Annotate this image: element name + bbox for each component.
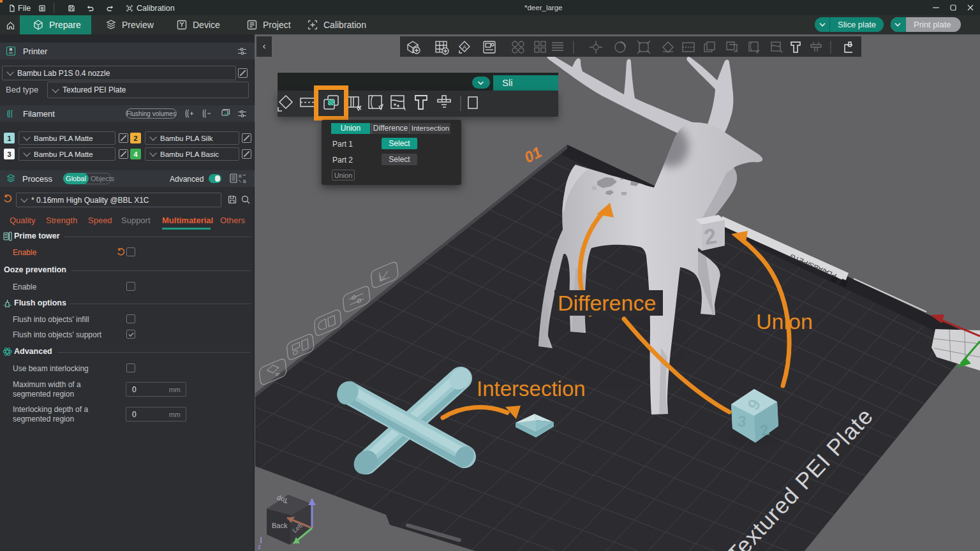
svg-text:Back: Back <box>272 522 288 529</box>
svg-text:Difference: Difference <box>558 291 656 315</box>
svg-text:B: B <box>243 179 246 184</box>
svg-text:01: 01 <box>521 143 544 166</box>
svg-text:A: A <box>463 44 466 50</box>
svg-text:R: R <box>239 174 242 179</box>
svg-text:Intersection: Intersection <box>477 377 586 400</box>
svg-text:Union: Union <box>756 309 813 334</box>
svg-text:z: z <box>258 543 261 550</box>
